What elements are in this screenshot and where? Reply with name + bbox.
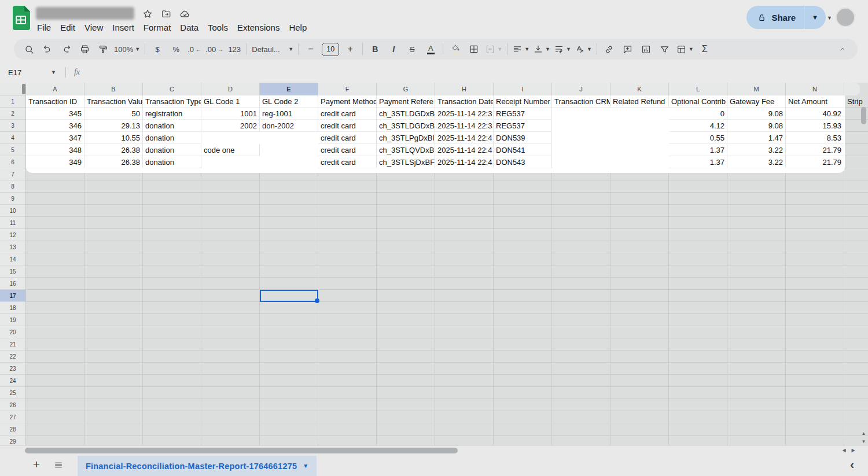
cell[interactable]: Transaction Type [143,95,201,108]
cell[interactable]: 26.38 [84,156,143,168]
scroll-right-button[interactable]: ▶ [849,447,857,454]
cell[interactable]: credit card [318,156,377,168]
row-header-10[interactable]: 10 [0,205,25,217]
cell[interactable]: 9.08 [727,108,786,120]
format-percent-button[interactable]: % [167,41,185,57]
row-header-16[interactable]: 16 [0,278,25,290]
header-resize-handle[interactable] [22,84,25,94]
cell[interactable]: 346 [26,120,84,132]
more-formats-button[interactable]: 123 [225,41,244,57]
cell[interactable]: donation [143,132,201,144]
cell[interactable]: donation [143,156,201,168]
cell[interactable]: ch_3STLQVDxB [377,144,435,156]
cell[interactable]: Payment Method [318,95,377,108]
row-header-12[interactable]: 12 [0,229,25,241]
column-header-M[interactable]: M [727,83,786,95]
formula-input[interactable] [80,62,868,83]
zoom-dropdown[interactable]: 100%▼ [112,41,142,57]
share-dropdown-caret-icon[interactable]: ▼ [804,6,826,29]
column-header-I[interactable]: I [494,83,552,95]
bold-button[interactable]: B [366,41,384,57]
cell[interactable]: DON539 [494,132,552,144]
cell[interactable]: DON541 [494,144,552,156]
cell[interactable]: 2025-11-14 22:3 [435,120,494,132]
cell[interactable]: REG537 [494,108,552,120]
row-header-11[interactable]: 11 [0,217,25,229]
cell[interactable]: 2025-11-14 22:3 [435,108,494,120]
cell[interactable]: donation [143,144,201,156]
menu-help[interactable]: Help [284,21,311,34]
menu-insert[interactable]: Insert [108,21,139,34]
all-sheets-menu-icon[interactable] [53,460,64,470]
decrease-font-size-button[interactable]: − [301,41,320,57]
scroll-up-button[interactable]: ▲ [860,430,867,437]
cell[interactable]: 26.38 [84,144,143,156]
cell[interactable]: 21.79 [786,156,844,168]
collapse-side-panel-icon[interactable]: ‹ [850,457,854,471]
insert-link-button[interactable] [600,41,619,57]
text-rotation-button[interactable]: ▼ [573,41,594,57]
row-header-6[interactable]: 6 [0,156,25,168]
cell[interactable]: credit card [318,120,377,132]
row-header-17[interactable]: 17 [0,290,25,302]
cell[interactable]: REG537 [494,120,552,132]
add-sheet-button[interactable]: + [30,457,43,472]
row-header-26[interactable]: 26 [0,399,25,411]
hide-toolbar-chevron-icon[interactable] [833,41,852,57]
row-header-22[interactable]: 22 [0,350,25,363]
horizontal-align-button[interactable]: ▼ [510,41,531,57]
cell[interactable]: 3.22 [727,156,786,168]
cell[interactable]: 4.12 [669,120,727,132]
insert-comment-button[interactable] [619,41,637,57]
menu-format[interactable]: Format [139,21,176,34]
cell[interactable]: 8.53 [786,132,844,144]
share-button[interactable]: Share ▼ [746,6,826,29]
text-color-button[interactable]: A [421,41,440,57]
print-button[interactable] [75,41,94,57]
font-dropdown[interactable]: Defaul...▼ [250,41,295,57]
cell[interactable]: Transaction Valu [84,95,143,108]
cell[interactable]: registration [143,108,201,120]
cell[interactable]: 15.93 [786,120,844,132]
font-size-input[interactable]: 10 [320,41,341,57]
cell[interactable]: 348 [26,144,84,156]
row-header-3[interactable]: 3 [0,120,25,132]
column-header-D[interactable]: D [201,83,260,95]
cell[interactable]: 1.37 [669,156,727,168]
row-header-27[interactable]: 27 [0,411,25,423]
column-header-K[interactable]: K [610,83,669,95]
row-header-8[interactable]: 8 [0,180,25,193]
row-header-19[interactable]: 19 [0,314,25,326]
row-header-9[interactable]: 9 [0,193,25,205]
row-header-18[interactable]: 18 [0,302,25,314]
cell[interactable]: 50 [84,108,143,120]
cell[interactable]: 2025-11-14 22:4 [435,156,494,168]
cell[interactable]: 2025-11-14 22:4 [435,132,494,144]
row-header-1[interactable]: 1 [0,95,25,108]
cell[interactable]: credit card [318,144,377,156]
cell[interactable]: GL Code 2 [260,95,318,108]
column-header-C[interactable]: C [143,83,201,95]
cell[interactable]: Related Refund [610,95,669,108]
cell[interactable]: 9.08 [727,120,786,132]
cell[interactable]: 0.55 [669,132,727,144]
cell[interactable]: Strip [847,95,865,108]
redo-button[interactable] [57,41,75,57]
row-header-21[interactable]: 21 [0,338,25,350]
column-header-J[interactable]: J [552,83,610,95]
fill-color-button[interactable] [446,41,465,57]
cell[interactable]: Payment Refere [377,95,435,108]
row-header-7[interactable]: 7 [0,168,25,180]
cell[interactable]: Transaction CRM [552,95,610,108]
fill-handle[interactable] [315,298,319,303]
document-title-redacted[interactable] [36,7,134,20]
cell[interactable]: 2025-11-14 22:4 [435,144,494,156]
cell[interactable]: Transaction Date [435,95,494,108]
sheet-tab-caret-icon[interactable]: ▼ [303,463,308,469]
selected-cell-outline[interactable] [260,290,318,302]
vertical-align-button[interactable]: ▼ [531,41,552,57]
decrease-decimals-button[interactable]: .0← [185,41,204,57]
cell[interactable]: code one [201,144,260,156]
increase-font-size-button[interactable]: + [341,41,359,57]
row-header-2[interactable]: 2 [0,108,25,120]
